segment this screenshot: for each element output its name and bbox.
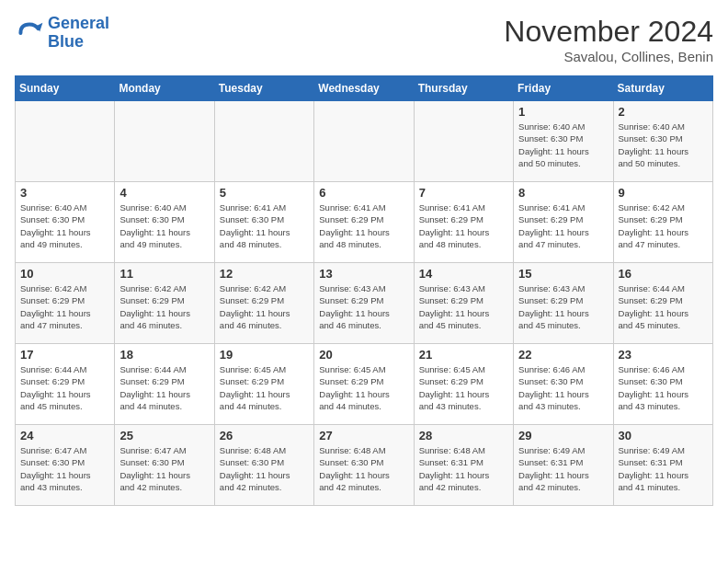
day-info: Sunrise: 6:47 AM Sunset: 6:30 PM Dayligh… bbox=[20, 444, 109, 493]
calendar-cell: 13Sunrise: 6:43 AM Sunset: 6:29 PM Dayli… bbox=[314, 263, 414, 344]
logo: General Blue bbox=[15, 15, 109, 52]
day-number: 23 bbox=[619, 348, 708, 362]
day-info: Sunrise: 6:47 AM Sunset: 6:30 PM Dayligh… bbox=[119, 444, 209, 493]
calendar-cell: 8Sunrise: 6:41 AM Sunset: 6:29 PM Daylig… bbox=[514, 182, 613, 263]
calendar-week-5: 24Sunrise: 6:47 AM Sunset: 6:30 PM Dayli… bbox=[16, 425, 713, 506]
logo-line1: General bbox=[48, 14, 109, 32]
page-header: General Blue November 2024 Savalou, Coll… bbox=[15, 15, 713, 64]
day-info: Sunrise: 6:45 AM Sunset: 6:29 PM Dayligh… bbox=[419, 363, 508, 412]
calendar-cell: 14Sunrise: 6:43 AM Sunset: 6:29 PM Dayli… bbox=[414, 263, 513, 344]
day-info: Sunrise: 6:42 AM Sunset: 6:29 PM Dayligh… bbox=[119, 282, 209, 331]
calendar-cell: 7Sunrise: 6:41 AM Sunset: 6:29 PM Daylig… bbox=[414, 182, 513, 263]
day-number: 7 bbox=[419, 186, 508, 200]
calendar-cell: 10Sunrise: 6:42 AM Sunset: 6:29 PM Dayli… bbox=[16, 263, 115, 344]
day-info: Sunrise: 6:44 AM Sunset: 6:29 PM Dayligh… bbox=[20, 363, 109, 412]
day-info: Sunrise: 6:43 AM Sunset: 6:29 PM Dayligh… bbox=[419, 282, 508, 331]
calendar-cell: 11Sunrise: 6:42 AM Sunset: 6:29 PM Dayli… bbox=[115, 263, 214, 344]
day-info: Sunrise: 6:41 AM Sunset: 6:30 PM Dayligh… bbox=[220, 201, 309, 250]
day-info: Sunrise: 6:42 AM Sunset: 6:29 PM Dayligh… bbox=[220, 282, 309, 331]
day-number: 3 bbox=[20, 186, 109, 200]
day-number: 30 bbox=[619, 429, 708, 442]
day-number: 14 bbox=[419, 267, 508, 281]
calendar-cell: 1Sunrise: 6:40 AM Sunset: 6:30 PM Daylig… bbox=[514, 101, 613, 182]
day-info: Sunrise: 6:44 AM Sunset: 6:29 PM Dayligh… bbox=[119, 363, 209, 412]
day-info: Sunrise: 6:41 AM Sunset: 6:29 PM Dayligh… bbox=[319, 201, 408, 250]
calendar-cell: 27Sunrise: 6:48 AM Sunset: 6:30 PM Dayli… bbox=[314, 425, 414, 506]
day-number: 18 bbox=[119, 348, 209, 362]
calendar-table: SundayMondayTuesdayWednesdayThursdayFrid… bbox=[15, 75, 713, 506]
day-number: 22 bbox=[518, 348, 608, 362]
day-info: Sunrise: 6:48 AM Sunset: 6:31 PM Dayligh… bbox=[419, 444, 508, 493]
calendar-cell: 12Sunrise: 6:42 AM Sunset: 6:29 PM Dayli… bbox=[214, 263, 313, 344]
calendar-cell: 2Sunrise: 6:40 AM Sunset: 6:30 PM Daylig… bbox=[613, 101, 712, 182]
day-info: Sunrise: 6:40 AM Sunset: 6:30 PM Dayligh… bbox=[619, 121, 708, 169]
day-info: Sunrise: 6:46 AM Sunset: 6:30 PM Dayligh… bbox=[518, 363, 608, 412]
header-row: SundayMondayTuesdayWednesdayThursdayFrid… bbox=[16, 76, 713, 101]
day-number: 9 bbox=[619, 186, 708, 200]
day-number: 4 bbox=[119, 186, 209, 200]
day-number: 16 bbox=[619, 267, 708, 281]
calendar-cell: 15Sunrise: 6:43 AM Sunset: 6:29 PM Dayli… bbox=[514, 263, 613, 344]
day-info: Sunrise: 6:40 AM Sunset: 6:30 PM Dayligh… bbox=[20, 201, 109, 250]
header-saturday: Saturday bbox=[613, 76, 712, 101]
month-title: November 2024 bbox=[504, 15, 713, 49]
calendar-cell: 17Sunrise: 6:44 AM Sunset: 6:29 PM Dayli… bbox=[16, 344, 115, 425]
day-number: 6 bbox=[319, 186, 408, 200]
day-number: 8 bbox=[518, 186, 608, 200]
day-number: 1 bbox=[518, 105, 608, 119]
day-number: 26 bbox=[220, 429, 309, 442]
calendar-cell: 16Sunrise: 6:44 AM Sunset: 6:29 PM Dayli… bbox=[613, 263, 712, 344]
day-info: Sunrise: 6:43 AM Sunset: 6:29 PM Dayligh… bbox=[518, 282, 608, 331]
day-number: 10 bbox=[20, 267, 109, 281]
day-number: 13 bbox=[319, 267, 408, 281]
logo-line2: Blue bbox=[48, 32, 84, 51]
calendar-cell: 18Sunrise: 6:44 AM Sunset: 6:29 PM Dayli… bbox=[115, 344, 214, 425]
calendar-week-1: 1Sunrise: 6:40 AM Sunset: 6:30 PM Daylig… bbox=[16, 101, 713, 182]
calendar-cell: 3Sunrise: 6:40 AM Sunset: 6:30 PM Daylig… bbox=[16, 182, 115, 263]
day-info: Sunrise: 6:40 AM Sunset: 6:30 PM Dayligh… bbox=[119, 201, 209, 250]
header-tuesday: Tuesday bbox=[214, 76, 313, 101]
day-number: 19 bbox=[220, 348, 309, 362]
day-number: 27 bbox=[319, 429, 408, 442]
calendar-cell: 29Sunrise: 6:49 AM Sunset: 6:31 PM Dayli… bbox=[514, 425, 613, 506]
day-number: 11 bbox=[119, 267, 209, 281]
calendar-cell: 24Sunrise: 6:47 AM Sunset: 6:30 PM Dayli… bbox=[16, 425, 115, 506]
calendar-cell: 4Sunrise: 6:40 AM Sunset: 6:30 PM Daylig… bbox=[115, 182, 214, 263]
calendar-header: SundayMondayTuesdayWednesdayThursdayFrid… bbox=[16, 76, 713, 101]
day-number: 15 bbox=[518, 267, 608, 281]
day-info: Sunrise: 6:45 AM Sunset: 6:29 PM Dayligh… bbox=[319, 363, 408, 412]
day-info: Sunrise: 6:41 AM Sunset: 6:29 PM Dayligh… bbox=[518, 201, 608, 250]
calendar-week-4: 17Sunrise: 6:44 AM Sunset: 6:29 PM Dayli… bbox=[16, 344, 713, 425]
day-info: Sunrise: 6:48 AM Sunset: 6:30 PM Dayligh… bbox=[220, 444, 309, 493]
title-block: November 2024 Savalou, Collines, Benin bbox=[504, 15, 713, 64]
day-number: 17 bbox=[20, 348, 109, 362]
day-info: Sunrise: 6:41 AM Sunset: 6:29 PM Dayligh… bbox=[419, 201, 508, 250]
calendar-cell: 30Sunrise: 6:49 AM Sunset: 6:31 PM Dayli… bbox=[613, 425, 712, 506]
calendar-body: 1Sunrise: 6:40 AM Sunset: 6:30 PM Daylig… bbox=[16, 101, 713, 506]
day-info: Sunrise: 6:49 AM Sunset: 6:31 PM Dayligh… bbox=[619, 444, 708, 493]
day-number: 5 bbox=[220, 186, 309, 200]
day-info: Sunrise: 6:48 AM Sunset: 6:30 PM Dayligh… bbox=[319, 444, 408, 493]
day-number: 2 bbox=[619, 105, 708, 119]
header-sunday: Sunday bbox=[16, 76, 115, 101]
day-number: 24 bbox=[20, 429, 109, 442]
calendar-cell: 9Sunrise: 6:42 AM Sunset: 6:29 PM Daylig… bbox=[613, 182, 712, 263]
calendar-cell bbox=[115, 101, 214, 182]
calendar-cell: 5Sunrise: 6:41 AM Sunset: 6:30 PM Daylig… bbox=[214, 182, 313, 263]
header-thursday: Thursday bbox=[414, 76, 513, 101]
header-wednesday: Wednesday bbox=[314, 76, 414, 101]
calendar-cell: 26Sunrise: 6:48 AM Sunset: 6:30 PM Dayli… bbox=[214, 425, 313, 506]
calendar-cell: 28Sunrise: 6:48 AM Sunset: 6:31 PM Dayli… bbox=[414, 425, 513, 506]
calendar-cell: 22Sunrise: 6:46 AM Sunset: 6:30 PM Dayli… bbox=[514, 344, 613, 425]
day-info: Sunrise: 6:45 AM Sunset: 6:29 PM Dayligh… bbox=[220, 363, 309, 412]
day-number: 21 bbox=[419, 348, 508, 362]
calendar-cell bbox=[314, 101, 414, 182]
calendar-cell: 21Sunrise: 6:45 AM Sunset: 6:29 PM Dayli… bbox=[414, 344, 513, 425]
logo-icon bbox=[15, 18, 44, 48]
day-info: Sunrise: 6:46 AM Sunset: 6:30 PM Dayligh… bbox=[619, 363, 708, 412]
header-monday: Monday bbox=[115, 76, 214, 101]
calendar-cell bbox=[214, 101, 313, 182]
day-info: Sunrise: 6:44 AM Sunset: 6:29 PM Dayligh… bbox=[619, 282, 708, 331]
calendar-week-3: 10Sunrise: 6:42 AM Sunset: 6:29 PM Dayli… bbox=[16, 263, 713, 344]
day-info: Sunrise: 6:43 AM Sunset: 6:29 PM Dayligh… bbox=[319, 282, 408, 331]
